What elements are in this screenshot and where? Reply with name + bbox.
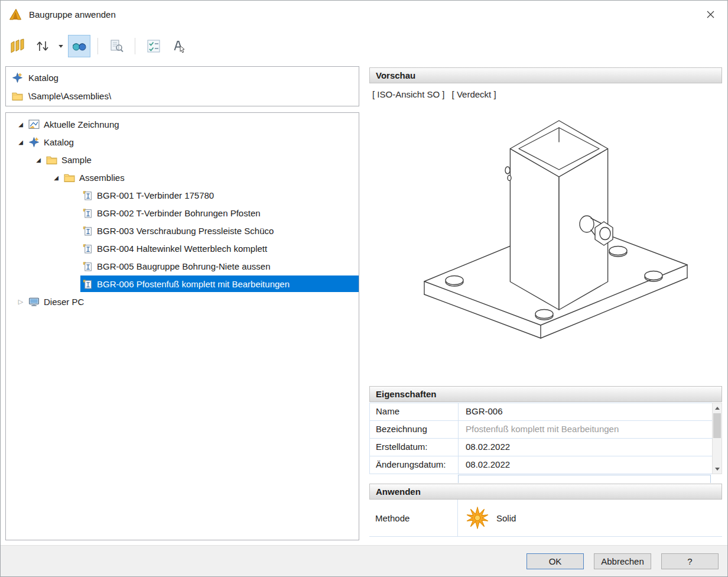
tree-indent: [6, 266, 67, 267]
tree-item[interactable]: BGR-002 T-Verbinder Bohrungen Pfosten: [6, 204, 359, 222]
page-magnifier-icon: [108, 38, 125, 54]
scroll-up-button[interactable]: [713, 403, 722, 413]
view-orientation-label: [ ISO-Ansicht SO ]: [372, 89, 445, 99]
letter-a-cursor-icon: [170, 38, 187, 54]
assembly-icon: [82, 244, 93, 254]
method-value-cell[interactable]: Solid: [458, 500, 722, 536]
method-label: Methode: [369, 500, 458, 536]
pc-icon: [28, 297, 40, 307]
tree-item[interactable]: ▷Dieser PC: [6, 293, 359, 310]
tree-item-label: BGR-002 T-Verbinder Bohrungen Pfosten: [97, 208, 261, 218]
property-value: BGR-006: [459, 403, 712, 420]
tree-item-content[interactable]: BGR-003 Verschraubung Pressleiste Schüco: [80, 222, 359, 239]
property-row: BezeichnungPfostenfuß komplett mit Bearb…: [370, 421, 712, 439]
tree-indent: [6, 248, 67, 249]
assembly-icon: [82, 261, 93, 271]
cancel-button[interactable]: Abbrechen: [594, 553, 651, 569]
preview-view-labels: [ ISO-Ansicht SO ] [ Verdeckt ]: [372, 86, 721, 102]
tree-item-content[interactable]: BGR-001 T-Verbinder 175780: [80, 187, 359, 203]
dialog-baugruppe-anwenden: Baugruppe anwenden: [0, 0, 728, 577]
scrollbar-thumb[interactable]: [713, 413, 721, 438]
tree-item-content[interactable]: BGR-002 T-Verbinder Bohrungen Pfosten: [80, 205, 359, 221]
properties-table: NameBGR-006BezeichnungPfostenfuß komplet…: [369, 403, 712, 474]
tree-item-content[interactable]: Aktuelle Zeichnung: [27, 116, 359, 132]
location-catalog-row: Katalog: [6, 69, 359, 87]
preview-toggle-button[interactable]: [68, 35, 90, 57]
drawing-icon: [28, 119, 40, 129]
tree-item-label: BGR-005 Baugruppe Bohrung-Niete aussen: [97, 261, 271, 271]
tree-item-label: BGR-004 Haltewinkel Wetterblech komplett: [97, 244, 267, 254]
scrollbar-track[interactable]: [713, 413, 722, 464]
section-header-anwenden: Anwenden: [369, 484, 722, 500]
property-row: Änderungsdatum:08.02.2022: [370, 456, 712, 474]
tree-expander-icon[interactable]: ◢: [14, 139, 27, 145]
property-label: Erstelldatum:: [370, 439, 459, 456]
catalog-columns-icon: [9, 38, 26, 54]
folder-icon: [64, 173, 75, 183]
property-value: Pfostenfuß komplett mit Bearbeitungen: [459, 421, 712, 438]
folder-icon: [46, 155, 57, 165]
close-button[interactable]: [700, 6, 720, 24]
toolbar: [1, 28, 727, 64]
solid-starburst-icon: [466, 507, 489, 529]
tree-item-label: Dieser PC: [44, 297, 84, 307]
property-value: 08.02.2022: [459, 456, 712, 474]
tree-item-label: BGR-001 T-Verbinder 175780: [97, 190, 214, 200]
tree-indent: [6, 213, 67, 213]
tree-item-label: Katalog: [44, 137, 74, 147]
tree-item-selected[interactable]: BGR-006 Pfostenfuß komplett mit Bearbeit…: [80, 275, 359, 292]
tree-item[interactable]: ◢Aktuelle Zeichnung: [6, 115, 359, 133]
preview-viewport[interactable]: [371, 104, 721, 383]
search-reference-button[interactable]: [105, 35, 128, 57]
text-select-button[interactable]: [167, 35, 190, 57]
tree-expander-icon[interactable]: ▷: [14, 298, 27, 306]
catalog-structure-button[interactable]: [6, 35, 29, 57]
tree-indent: [6, 302, 14, 302]
property-row: NameBGR-006: [370, 403, 712, 421]
scroll-down-button[interactable]: [713, 464, 722, 474]
tree-item-content[interactable]: Assemblies: [63, 169, 359, 186]
ok-button[interactable]: OK: [526, 553, 584, 569]
property-label: Name: [370, 403, 459, 420]
tree-item-content[interactable]: BGR-004 Haltewinkel Wetterblech komplett: [80, 240, 359, 257]
tree-item[interactable]: ◢Sample: [6, 151, 359, 168]
location-path-row: \Sample\Assemblies\: [6, 87, 359, 105]
catalog-star-icon: [12, 73, 23, 83]
property-label: Änderungsdatum:: [370, 456, 459, 474]
tree-expander-icon[interactable]: ◢: [50, 174, 63, 181]
help-button[interactable]: ?: [661, 553, 719, 569]
sort-arrows-icon: [34, 38, 51, 54]
close-icon: [706, 10, 715, 19]
assembly-icon: [82, 208, 93, 218]
sort-dropdown-button[interactable]: [56, 35, 66, 57]
tree-expander-icon[interactable]: ◢: [14, 121, 27, 128]
sort-caret-icon: [58, 43, 64, 49]
tree-item-content[interactable]: Sample: [45, 151, 359, 168]
title-bar: Baugruppe anwenden: [1, 1, 727, 28]
tree-item-content[interactable]: Dieser PC: [27, 293, 359, 310]
properties-scrollbar[interactable]: [712, 403, 722, 474]
property-value: 08.02.2022: [459, 439, 712, 456]
tree-indent: [6, 177, 50, 178]
tree-item[interactable]: BGR-001 T-Verbinder 175780: [6, 186, 359, 204]
current-location-box: Katalog \Sample\Assemblies\: [5, 66, 359, 106]
tree-item-label: Assemblies: [79, 173, 125, 183]
tree-item[interactable]: BGR-004 Haltewinkel Wetterblech komplett: [6, 239, 359, 257]
tree-item[interactable]: BGR-003 Verschraubung Pressleiste Schüco: [6, 222, 359, 239]
catalog-tree: ◢Aktuelle Zeichnung◢Katalog◢Sample◢Assem…: [5, 112, 359, 540]
tree-item[interactable]: ◢Katalog: [6, 133, 359, 151]
tree-item-content[interactable]: BGR-005 Baugruppe Bohrung-Niete aussen: [80, 258, 359, 274]
tree-item[interactable]: ◢Assemblies: [6, 168, 359, 186]
tree-item[interactable]: BGR-005 Baugruppe Bohrung-Niete aussen: [6, 257, 359, 275]
tree-item-label: Aktuelle Zeichnung: [44, 119, 119, 129]
tree-item-content[interactable]: Katalog: [27, 134, 359, 150]
app-logo-icon: [8, 7, 23, 22]
view-mode-label: [ Verdeckt ]: [452, 89, 496, 99]
checklist-button[interactable]: [142, 35, 165, 57]
property-row-partial: [369, 474, 722, 483]
section-header-eigenschaften: Eigenschaften: [369, 386, 722, 402]
sort-button[interactable]: [31, 35, 54, 57]
tree-item[interactable]: BGR-006 Pfostenfuß komplett mit Bearbeit…: [6, 275, 359, 293]
tree-indent: [6, 142, 14, 142]
tree-expander-icon[interactable]: ◢: [32, 157, 45, 163]
